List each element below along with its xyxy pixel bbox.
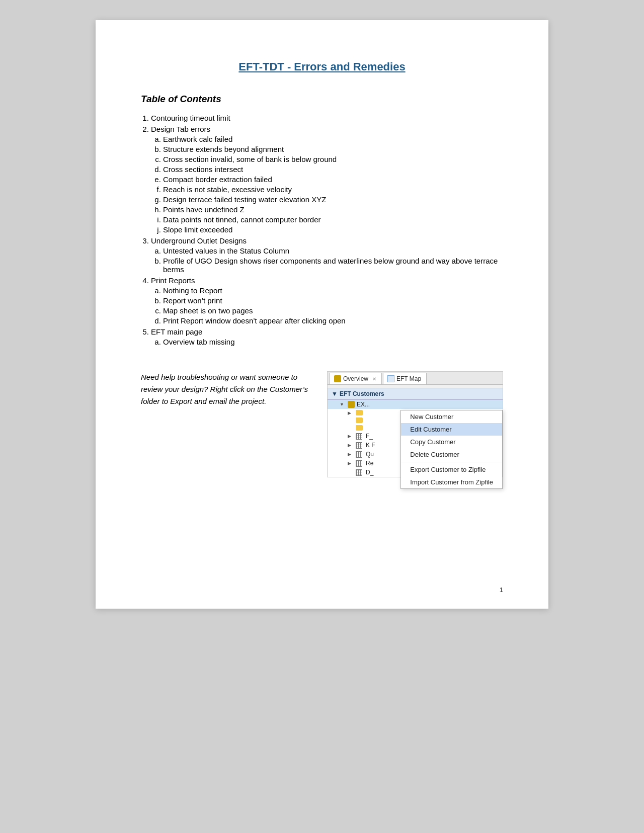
toc-item-1: Design Tab errorsEarthwork calc failedSt…	[151, 125, 503, 234]
grid-icon-k	[356, 442, 362, 449]
toc-subitem-1-8: Data points not tinned, cannot computer …	[163, 215, 503, 224]
toc-sublist-1: Earthwork calc failedStructure extends b…	[163, 135, 503, 234]
toc-list: Contouring timeout limitDesign Tab error…	[151, 114, 503, 346]
page: EFT-TDT - Errors and Remedies Table of C…	[96, 20, 548, 609]
tree-label-k: K F	[366, 442, 375, 449]
tree-area: ▼ EX... ▶	[328, 400, 503, 477]
toc-subitem-4-0: Overview tab missing	[163, 338, 503, 346]
tree-arrow-1: ▶	[348, 410, 354, 415]
folder-icon-3	[356, 425, 363, 431]
toc-subitem-2-0: Untested values in the Status Column	[163, 246, 503, 255]
context-menu-delete-customer[interactable]: Delete Customer	[401, 448, 502, 461]
tree-label-f: F_	[366, 433, 373, 440]
grid-icon-re	[356, 460, 362, 467]
toc-subitem-1-9: Slope limit exceeded	[163, 225, 503, 234]
toc-subitem-3-2: Map sheet is on two pages	[163, 306, 503, 315]
tree-arrow-re: ▶	[348, 461, 354, 466]
overview-tab-icon	[334, 375, 341, 382]
toc-subitem-1-6: Design terrace failed testing water elev…	[163, 195, 503, 204]
tree-icon-ex	[348, 401, 355, 408]
context-menu-export-customer[interactable]: Export Customer to Zipfile	[401, 463, 502, 476]
toc-subitem-3-3: Print Report window doesn’t appear after…	[163, 316, 503, 325]
toc-sublist-2: Untested values in the Status ColumnProf…	[163, 246, 503, 274]
screenshot-tabs: Overview ✕ EFT Map	[328, 372, 503, 385]
eft-customers-header: ▼ EFT Customers	[328, 388, 503, 400]
tree-arrow-k: ▶	[348, 443, 354, 448]
screenshot-box: Overview ✕ EFT Map ▼ EFT Customers ▼	[327, 371, 503, 477]
tab-overview-label: Overview	[343, 375, 368, 382]
context-menu-new-customer[interactable]: New Customer	[401, 410, 502, 423]
toc-subitem-1-7: Points have undefined Z	[163, 205, 503, 214]
toc-item-4: EFT main pageOverview tab missing	[151, 327, 503, 346]
tree-arrow-f: ▶	[348, 434, 354, 439]
tree-label-d: D_	[366, 469, 373, 476]
toc-subitem-1-0: Earthwork calc failed	[163, 135, 503, 143]
toc-subitem-3-0: Nothing to Report	[163, 286, 503, 295]
toc-subitem-3-1: Report won’t print	[163, 296, 503, 305]
tree-label-ex: EX...	[357, 401, 370, 408]
tab-eft-map-label: EFT Map	[396, 375, 421, 382]
folder-icon-1	[356, 410, 363, 415]
context-menu-separator	[401, 462, 502, 462]
toc-subitem-1-5: Reach is not stable, excessive velocity	[163, 185, 503, 194]
page-number: 1	[500, 586, 503, 594]
toc-item-3: Print ReportsNothing to ReportReport won…	[151, 276, 503, 325]
toc-subitem-1-1: Structure extends beyond alignment	[163, 145, 503, 153]
tree-label-qu: Qu	[366, 451, 374, 458]
tree-row-ex[interactable]: ▼ EX...	[328, 400, 503, 409]
toc-item-0: Contouring timeout limit	[151, 114, 503, 122]
toc-item-2: Underground Outlet DesignsUntested value…	[151, 236, 503, 274]
toc-subitem-2-1: Profile of UGO Design shows riser compon…	[163, 257, 503, 274]
collapse-arrow-icon[interactable]: ▼	[332, 390, 338, 397]
tab-eft-map[interactable]: EFT Map	[383, 373, 427, 384]
toc-subitem-1-4: Compact border extraction failed	[163, 175, 503, 184]
screenshot-toolbar	[328, 385, 503, 388]
page-title: EFT-TDT - Errors and Remedies	[141, 60, 503, 73]
toc-sublist-4: Overview tab missing	[163, 338, 503, 346]
tree-label-re: Re	[366, 460, 373, 467]
toc-sublist-3: Nothing to ReportReport won’t printMap s…	[163, 286, 503, 325]
tab-overview-close[interactable]: ✕	[372, 376, 376, 382]
tab-overview[interactable]: Overview ✕	[330, 373, 382, 384]
eft-customers-label: EFT Customers	[340, 390, 384, 397]
context-menu: New Customer Edit Customer Copy Customer…	[400, 410, 503, 489]
context-menu-edit-customer[interactable]: Edit Customer	[401, 423, 502, 436]
grid-icon-qu	[356, 451, 362, 458]
context-menu-import-customer[interactable]: Import Customer from Zipfile	[401, 476, 502, 488]
tree-arrow-qu: ▶	[348, 452, 354, 457]
tree-arrow-ex: ▼	[340, 402, 346, 407]
context-menu-copy-customer[interactable]: Copy Customer	[401, 436, 502, 448]
grid-icon-f	[356, 433, 362, 440]
toc-subitem-1-2: Cross section invalid, some of bank is b…	[163, 155, 503, 163]
toc-subitem-1-3: Cross sections intersect	[163, 165, 503, 174]
folder-icon-2	[356, 418, 363, 423]
intro-text: Need help troubleshooting or want someon…	[141, 371, 312, 407]
eft-map-tab-icon	[387, 375, 394, 382]
intro-section: Need help troubleshooting or want someon…	[141, 371, 503, 477]
grid-icon-d	[356, 469, 362, 476]
toc-heading: Table of Contents	[141, 94, 503, 105]
